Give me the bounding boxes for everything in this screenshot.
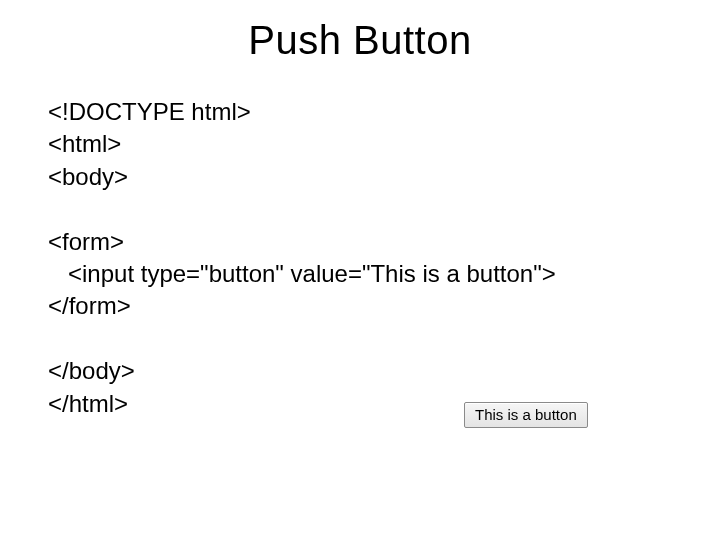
code-line: </html> [48, 390, 128, 417]
code-line: <input type="button" value="This is a bu… [48, 260, 556, 287]
code-line: <!DOCTYPE html> [48, 98, 251, 125]
code-line: </form> [48, 292, 131, 319]
slide-title: Push Button [0, 18, 720, 63]
code-line: <html> [48, 130, 121, 157]
code-line: <form> [48, 228, 124, 255]
slide: Push Button <!DOCTYPE html> <html> <body… [0, 0, 720, 540]
code-example: <!DOCTYPE html> <html> <body> <form> <in… [48, 96, 556, 420]
example-push-button[interactable]: This is a button [464, 402, 588, 428]
code-line: <body> [48, 163, 128, 190]
code-line: </body> [48, 357, 135, 384]
